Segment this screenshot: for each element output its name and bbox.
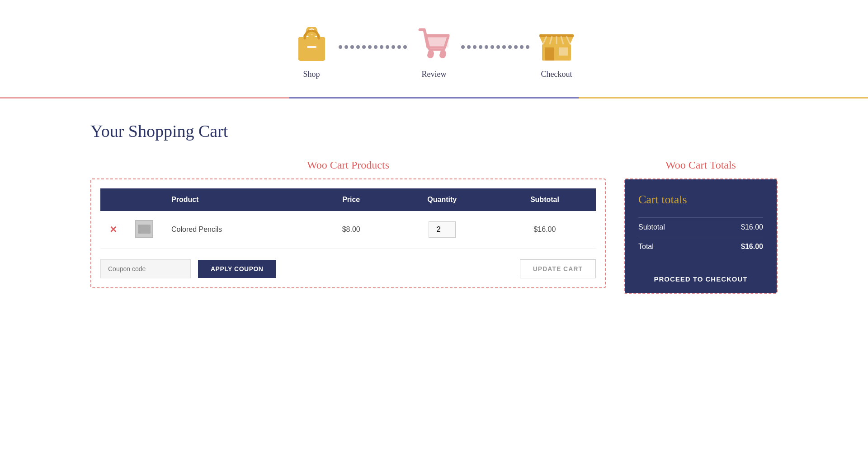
step-checkout[interactable]: Checkout bbox=[538, 27, 575, 79]
products-section-title: Woo Cart Products bbox=[90, 159, 606, 171]
remove-cell: ✕ bbox=[100, 211, 126, 249]
cart-table: Product Price Quantity Subtotal ✕ bbox=[100, 188, 596, 249]
divider-yellow bbox=[579, 97, 868, 99]
quantity-cell bbox=[391, 211, 494, 249]
product-thumbnail bbox=[135, 220, 153, 238]
checkout-icon bbox=[538, 27, 575, 63]
step-review[interactable]: Review bbox=[416, 27, 452, 79]
products-box: Product Price Quantity Subtotal ✕ bbox=[90, 178, 606, 288]
quantity-input[interactable] bbox=[429, 221, 456, 238]
cart-layout: Woo Cart Products Product Price Quantity… bbox=[90, 159, 778, 294]
step-shop-label: Shop bbox=[303, 70, 320, 79]
product-name: Colored Pencils bbox=[171, 225, 222, 233]
col-subtotal: Subtotal bbox=[494, 188, 596, 211]
svg-rect-4 bbox=[299, 38, 324, 61]
product-name-cell: Colored Pencils bbox=[162, 211, 312, 249]
coupon-input[interactable] bbox=[100, 259, 191, 278]
total-value: $16.00 bbox=[741, 243, 763, 251]
subtotal-label: Subtotal bbox=[638, 223, 665, 231]
subtotal-row: Subtotal $16.00 bbox=[638, 217, 763, 237]
divider-purple bbox=[289, 97, 579, 99]
total-label: Total bbox=[638, 243, 654, 251]
svg-rect-13 bbox=[545, 47, 554, 61]
svg-point-11 bbox=[440, 50, 446, 56]
col-price: Price bbox=[312, 188, 391, 211]
dots-1 bbox=[339, 45, 407, 61]
progress-steps: Shop Review bbox=[0, 0, 868, 97]
main-content: Your Shopping Cart Woo Cart Products Pro… bbox=[0, 99, 868, 316]
products-section: Woo Cart Products Product Price Quantity… bbox=[90, 159, 606, 288]
page-title: Your Shopping Cart bbox=[90, 121, 778, 141]
col-image bbox=[126, 188, 162, 211]
svg-point-10 bbox=[428, 50, 434, 56]
shop-icon bbox=[293, 27, 330, 63]
table-row: ✕ Colored bbox=[100, 211, 596, 249]
dots-2 bbox=[461, 45, 529, 61]
price-cell: $8.00 bbox=[312, 211, 391, 249]
col-remove bbox=[100, 188, 126, 211]
divider-pink bbox=[0, 97, 289, 99]
svg-rect-17 bbox=[138, 225, 151, 234]
cart-totals-title: Cart totals bbox=[638, 193, 763, 206]
totals-section: Woo Cart Totals Cart totals Subtotal $16… bbox=[624, 159, 778, 294]
cart-actions: APPLY COUPON UPDATE CART bbox=[100, 259, 596, 278]
col-product: Product bbox=[162, 188, 312, 211]
step-review-label: Review bbox=[422, 70, 447, 79]
table-header-row: Product Price Quantity Subtotal bbox=[100, 188, 596, 211]
svg-rect-5 bbox=[307, 46, 316, 48]
review-icon bbox=[416, 27, 452, 63]
image-cell bbox=[126, 211, 162, 249]
proceed-to-checkout-button[interactable]: PROCEED TO CHECKOUT bbox=[638, 265, 763, 293]
svg-rect-14 bbox=[559, 47, 568, 56]
remove-button[interactable]: ✕ bbox=[109, 224, 117, 235]
update-cart-button[interactable]: UPDATE CART bbox=[520, 259, 596, 278]
col-quantity: Quantity bbox=[391, 188, 494, 211]
divider-bar bbox=[0, 97, 868, 99]
checkout-btn-wrap: PROCEED TO CHECKOUT bbox=[638, 256, 763, 293]
totals-section-title: Woo Cart Totals bbox=[624, 159, 778, 171]
step-shop[interactable]: Shop bbox=[293, 27, 330, 79]
svg-rect-9 bbox=[426, 35, 448, 47]
subtotal-cell: $16.00 bbox=[494, 211, 596, 249]
totals-box: Cart totals Subtotal $16.00 Total $16.00… bbox=[624, 178, 778, 294]
apply-coupon-button[interactable]: APPLY COUPON bbox=[198, 260, 276, 278]
product-price: $8.00 bbox=[342, 225, 360, 233]
product-subtotal: $16.00 bbox=[533, 225, 556, 233]
step-checkout-label: Checkout bbox=[541, 70, 572, 79]
total-row: Total $16.00 bbox=[638, 237, 763, 256]
subtotal-value: $16.00 bbox=[741, 223, 763, 231]
totals-inner: Cart totals Subtotal $16.00 Total $16.00… bbox=[625, 179, 777, 293]
